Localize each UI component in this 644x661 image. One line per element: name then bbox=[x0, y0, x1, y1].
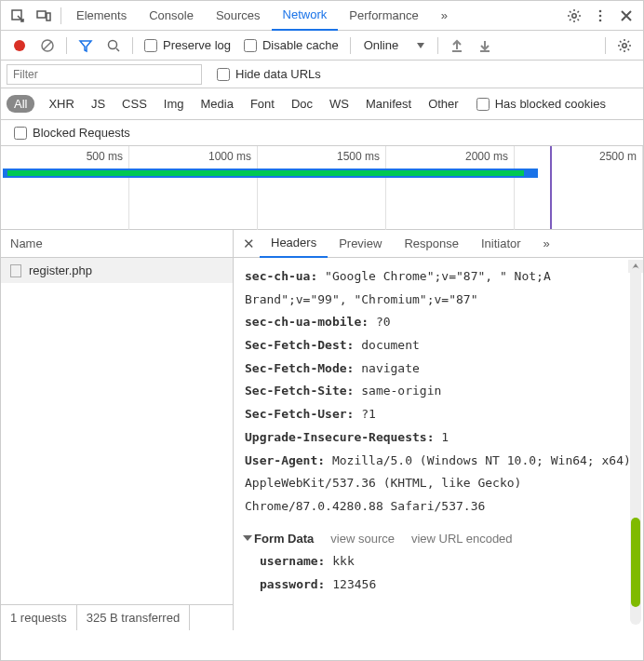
separator bbox=[132, 37, 133, 54]
upload-icon[interactable] bbox=[444, 33, 470, 59]
preserve-log-checkbox[interactable]: Preserve log bbox=[144, 38, 231, 52]
form-data-title: Form Data bbox=[254, 532, 314, 546]
svg-rect-1 bbox=[37, 11, 46, 18]
timeline-bar bbox=[3, 169, 538, 178]
timeline-tick: 1500 ms bbox=[258, 146, 386, 230]
resource-type-bar: All XHRJSCSSImgMediaFontDocWSManifestOth… bbox=[1, 88, 643, 120]
svg-point-3 bbox=[572, 13, 576, 17]
view-url-encoded-link[interactable]: view URL encoded bbox=[411, 528, 513, 551]
view-source-link[interactable]: view source bbox=[330, 528, 395, 551]
header-row: Sec-Fetch-User: ?1 bbox=[245, 403, 632, 426]
panel-tabs: ElementsConsoleSourcesNetworkPerformance bbox=[65, 1, 430, 31]
svg-point-6 bbox=[599, 19, 602, 21]
file-icon bbox=[10, 264, 21, 277]
more-tabs[interactable]: » bbox=[430, 1, 459, 31]
form-data-section: Form Data view source view URL encoded bbox=[245, 528, 632, 551]
hide-data-urls-checkbox[interactable]: Hide data URLs bbox=[217, 67, 321, 81]
type-xhr[interactable]: XHR bbox=[46, 97, 76, 111]
main-toolbar: ElementsConsoleSourcesNetworkPerformance… bbox=[1, 1, 643, 31]
timeline-marker bbox=[550, 146, 552, 229]
kebab-icon[interactable] bbox=[587, 3, 613, 29]
disable-cache-label: Disable cache bbox=[262, 38, 339, 52]
close-icon[interactable] bbox=[613, 3, 639, 29]
tab-performance[interactable]: Performance bbox=[338, 1, 429, 31]
separator bbox=[66, 37, 67, 54]
blocked-requests-label: Blocked Requests bbox=[33, 126, 130, 140]
type-other[interactable]: Other bbox=[425, 97, 462, 111]
type-css[interactable]: CSS bbox=[119, 97, 150, 111]
clear-icon[interactable] bbox=[34, 33, 60, 59]
request-list: register.php bbox=[1, 258, 233, 604]
header-row: Upgrade-Insecure-Requests: 1 bbox=[245, 426, 632, 450]
type-media[interactable]: Media bbox=[197, 97, 235, 111]
type-list: XHRJSCSSImgMediaFontDocWSManifestOther bbox=[46, 97, 461, 111]
type-font[interactable]: Font bbox=[248, 97, 277, 111]
device-icon[interactable] bbox=[31, 3, 57, 29]
scrollbar[interactable] bbox=[630, 267, 641, 625]
throttle-value: Online bbox=[364, 38, 399, 52]
more-details-tabs[interactable]: » bbox=[532, 230, 561, 258]
blocked-cookies-checkbox[interactable]: Has blocked cookies bbox=[476, 97, 606, 111]
detail-tab-response[interactable]: Response bbox=[393, 230, 470, 258]
chevron-down-icon bbox=[417, 43, 424, 48]
status-transferred: 325 B transferred bbox=[77, 605, 190, 630]
split-pane: Name register.php 1 requests 325 B trans… bbox=[1, 230, 643, 630]
form-data-row: password: 123456 bbox=[260, 573, 632, 597]
tab-console[interactable]: Console bbox=[138, 1, 205, 31]
request-list-pane: Name register.php 1 requests 325 B trans… bbox=[1, 230, 234, 630]
timeline[interactable]: 500 ms1000 ms1500 ms2000 ms2500 m bbox=[1, 146, 643, 230]
header-row: Sec-Fetch-Dest: document bbox=[245, 334, 632, 357]
inspect-icon[interactable] bbox=[5, 3, 31, 29]
request-name: register.php bbox=[29, 263, 92, 277]
separator bbox=[350, 37, 351, 54]
type-doc[interactable]: Doc bbox=[288, 97, 315, 111]
type-ws[interactable]: WS bbox=[327, 97, 352, 111]
name-column-header[interactable]: Name bbox=[1, 230, 233, 258]
blocked-requests-row: Blocked Requests bbox=[1, 120, 643, 146]
timeline-tick: 1000 ms bbox=[129, 146, 258, 230]
request-row[interactable]: register.php bbox=[1, 258, 233, 283]
detail-tab-initiator[interactable]: Initiator bbox=[470, 230, 532, 258]
type-all[interactable]: All bbox=[7, 95, 34, 113]
header-row: Sec-Fetch-Mode: navigate bbox=[245, 357, 632, 381]
close-details-icon[interactable]: ✕ bbox=[237, 236, 260, 252]
tab-elements[interactable]: Elements bbox=[65, 1, 138, 31]
detail-tab-headers[interactable]: Headers bbox=[260, 230, 328, 258]
header-row: sec-ch-ua-mobile: ?0 bbox=[245, 311, 632, 334]
gear-icon[interactable] bbox=[561, 3, 587, 29]
filter-icon[interactable] bbox=[73, 33, 99, 59]
filter-input[interactable] bbox=[7, 64, 202, 85]
tab-network[interactable]: Network bbox=[272, 1, 339, 31]
details-tabs: ✕ HeadersPreviewResponseInitiator » bbox=[234, 230, 643, 258]
record-button[interactable] bbox=[7, 33, 33, 59]
expand-icon[interactable] bbox=[243, 535, 252, 541]
network-toolbar: Preserve log Disable cache Online bbox=[1, 31, 643, 61]
type-manifest[interactable]: Manifest bbox=[363, 97, 414, 111]
svg-point-4 bbox=[599, 9, 602, 12]
separator bbox=[605, 37, 606, 54]
search-icon[interactable] bbox=[101, 33, 127, 59]
settings-gear-icon[interactable] bbox=[611, 33, 637, 59]
filter-bar: Hide data URLs bbox=[1, 61, 643, 88]
preserve-log-label: Preserve log bbox=[163, 38, 231, 52]
details-pane: ✕ HeadersPreviewResponseInitiator » sec-… bbox=[234, 230, 643, 630]
blocked-requests-checkbox[interactable]: Blocked Requests bbox=[14, 126, 130, 140]
detail-tab-preview[interactable]: Preview bbox=[328, 230, 393, 258]
svg-point-8 bbox=[109, 40, 117, 48]
tab-sources[interactable]: Sources bbox=[205, 1, 272, 31]
disable-cache-checkbox[interactable]: Disable cache bbox=[244, 38, 339, 52]
svg-rect-2 bbox=[47, 13, 50, 20]
type-img[interactable]: Img bbox=[161, 97, 187, 111]
hide-data-urls-label: Hide data URLs bbox=[235, 67, 321, 81]
scrollbar-thumb[interactable] bbox=[631, 518, 640, 607]
separator bbox=[437, 37, 438, 54]
form-data-row: username: kkk bbox=[260, 550, 632, 573]
svg-point-9 bbox=[623, 43, 626, 47]
throttle-select[interactable]: Online bbox=[356, 38, 433, 52]
timeline-tick: 2000 ms bbox=[386, 146, 515, 230]
download-icon[interactable] bbox=[472, 33, 498, 59]
type-js[interactable]: JS bbox=[88, 97, 108, 111]
header-row: Sec-Fetch-Site: same-origin bbox=[245, 380, 632, 403]
headers-content: sec-ch-ua: "Google Chrome";v="87", " Not… bbox=[234, 258, 643, 630]
blocked-cookies-label: Has blocked cookies bbox=[495, 97, 606, 111]
